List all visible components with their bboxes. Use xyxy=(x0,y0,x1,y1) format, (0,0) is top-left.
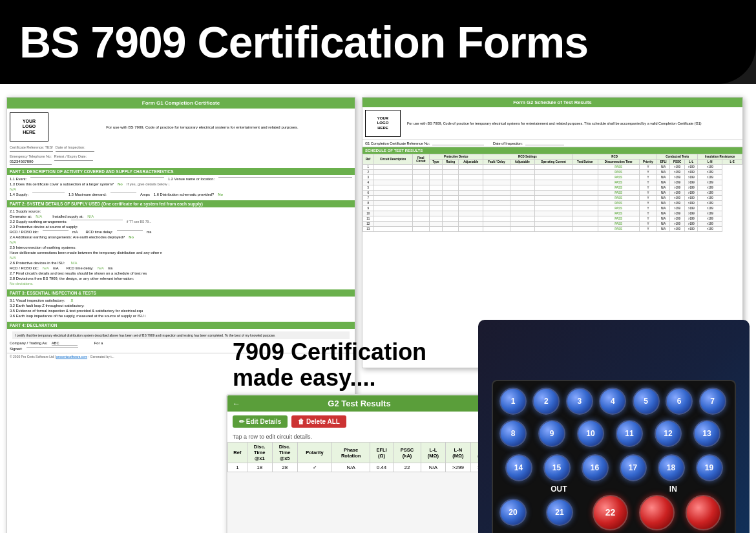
cell-priority: Y xyxy=(639,180,657,185)
final-circuit-label: 2.7 Final circuit's details and test res… xyxy=(10,271,147,275)
rcd-value xyxy=(43,230,68,231)
cell-pass: PASS xyxy=(598,216,639,222)
cell-adj xyxy=(459,180,483,185)
isu-value: N/A xyxy=(70,261,77,265)
table-row[interactable]: 6 PASS Y N/A >199 >199 >199 xyxy=(363,191,742,196)
socket-9: 9 xyxy=(538,420,565,447)
table-row[interactable]: 9 PASS Y N/A >199 >199 >199 xyxy=(363,206,742,211)
cell-fault xyxy=(483,211,510,216)
cell-pssc: >199 xyxy=(685,211,698,216)
declaration-body: I certify that the temporary electrical … xyxy=(15,333,275,337)
cell-discon: N/A xyxy=(657,191,670,196)
event-value xyxy=(30,177,164,178)
col-ln: L-N xyxy=(698,160,722,165)
table-row[interactable]: 12 PASS Y N/A >199 >199 >199 xyxy=(363,222,742,227)
interconnection-label: 2.5 Interconnection of earthing systems: xyxy=(10,246,76,249)
out-label: OUT xyxy=(551,485,567,494)
amps-label: Amps xyxy=(140,193,150,196)
socket-21: 21 xyxy=(546,499,573,526)
tt-note: if TT see BS 79... xyxy=(127,220,151,224)
in-label: IN xyxy=(669,485,677,494)
logo-text: YOUR LOGO HERE xyxy=(23,119,36,135)
delete-all-button[interactable]: 🗑 Delete ALL xyxy=(291,415,346,428)
cell-priority: Y xyxy=(639,185,657,191)
footer-text: © 2020 Pro Certs Software Ltd | xyxy=(10,355,56,359)
cell-priority: Y xyxy=(639,165,657,170)
na-text-3: N/A xyxy=(10,256,16,260)
deliberate-label: Have deliberate connections been made be… xyxy=(10,251,162,255)
form-g2-top: YOUR LOGO HERE For use with BS 7909, Cod… xyxy=(362,107,742,140)
socket-11: 11 xyxy=(616,420,643,447)
part2-bar: PART 2: SYSTEM DETAILS OF SUPPLY USED (O… xyxy=(7,200,355,207)
cell-adj xyxy=(459,201,483,206)
cell-ll: >199 xyxy=(698,206,722,211)
part2-row10: 2.7 Final circuit's details and test res… xyxy=(10,271,352,276)
form-g1-header: Form G1 Completion Certificate xyxy=(7,98,355,109)
cell-final xyxy=(412,227,429,232)
table-row[interactable]: 13 PASS Y N/A >199 >199 >199 xyxy=(363,227,742,232)
table-row[interactable]: 4 PASS Y N/A >199 >199 >199 xyxy=(363,180,742,185)
cell-efli: >199 xyxy=(669,185,684,191)
part2-row11: 2.8 Deviations from BS 7909, the design,… xyxy=(10,276,352,281)
cell-desc xyxy=(373,175,413,180)
cell-adj xyxy=(459,170,483,175)
g2-date-value xyxy=(525,141,564,145)
cell-adj2 xyxy=(510,216,534,222)
distro-image: 1234567 8910111213 141516171819 OUT IN 2… xyxy=(478,320,750,533)
table-row[interactable]: 5 PASS Y N/A >199 >199 >199 xyxy=(363,185,742,191)
cell-adj2 xyxy=(510,196,534,201)
table-row[interactable]: 3 PASS Y N/A >199 >199 >199 xyxy=(363,175,742,180)
installed-label: Installed supply at: xyxy=(52,214,83,218)
cell-ref: 12 xyxy=(363,222,373,227)
app-cell-ref: 1 xyxy=(228,463,247,472)
retest-group: Retest / Expiry Date: xyxy=(54,154,93,165)
cell-efli: >199 xyxy=(669,216,684,222)
socket-row-3: 202122 xyxy=(499,495,728,530)
cell-efli: >199 xyxy=(669,211,684,216)
cell-type xyxy=(429,196,442,201)
part3-content: 3.1 Visual inspection satisfactory: X 3.… xyxy=(7,297,355,320)
cell-priority: Y xyxy=(639,211,657,216)
cell-pass: PASS xyxy=(598,206,639,211)
table-row[interactable]: 10 PASS Y N/A >199 >199 >199 xyxy=(363,211,742,216)
table-row[interactable]: 1 PASS Y N/A >199 >199 >199 xyxy=(363,165,742,170)
cell-efli: >199 xyxy=(669,175,684,180)
app-cell-efli: 0.44 xyxy=(370,463,393,472)
table-row[interactable]: 11 PASS Y N/A >199 >199 >199 xyxy=(363,216,742,222)
cell-adj xyxy=(459,227,483,232)
cell-op xyxy=(534,206,572,211)
app-header: ← G2 Test Results xyxy=(227,395,496,412)
cell-op xyxy=(534,222,572,227)
cell-pssc: >199 xyxy=(685,222,698,227)
cell-pssc: >199 xyxy=(685,216,698,222)
cell-adj xyxy=(459,216,483,222)
col-ref: Ref xyxy=(363,154,373,165)
edit-details-button[interactable]: ✏ Edit Details xyxy=(233,415,288,428)
cell-pass: PASS xyxy=(598,222,639,227)
app-col-efli: EFLI(Ω) xyxy=(370,443,393,463)
earthing-label: 2.2 Supply earthing arrangements: xyxy=(10,220,67,224)
cell-pssc: >199 xyxy=(685,196,698,201)
rcd-delay-value xyxy=(117,230,143,231)
cell-desc xyxy=(373,191,413,196)
cell-pass: PASS xyxy=(598,165,639,170)
table-row[interactable]: 2 PASS Y N/A >199 >199 >199 xyxy=(363,170,742,175)
cell-final xyxy=(412,216,429,222)
cell-desc xyxy=(373,206,413,211)
cell-adj xyxy=(459,206,483,211)
cell-ll: >199 xyxy=(698,191,722,196)
back-icon[interactable]: ← xyxy=(233,399,240,408)
cell-adj2 xyxy=(510,222,534,227)
cell-pssc: >199 xyxy=(685,175,698,180)
ms2-label: ms xyxy=(108,266,113,270)
supply-label: 1.4 Supply: xyxy=(10,193,28,196)
g2-logo-box: YOUR LOGO HERE xyxy=(365,110,401,137)
footer-link[interactable]: procertssoftware.com xyxy=(56,355,87,359)
table-row[interactable]: 8 PASS Y N/A >199 >199 >199 xyxy=(363,201,742,206)
app-table-row[interactable]: 1 18 28 ✓ N/A 0.44 22 N/A >299 >295 xyxy=(228,463,496,472)
part2-row2: Generator at: N/A Installed supply at: N… xyxy=(10,214,352,219)
app-col-pssc: PSSC(kA) xyxy=(394,443,421,463)
cell-btn xyxy=(572,222,598,227)
table-row[interactable]: 7 PASS Y N/A >199 >199 >199 xyxy=(363,196,742,201)
part2-row4: 2.3 Protective device at source of suppl… xyxy=(10,224,352,229)
